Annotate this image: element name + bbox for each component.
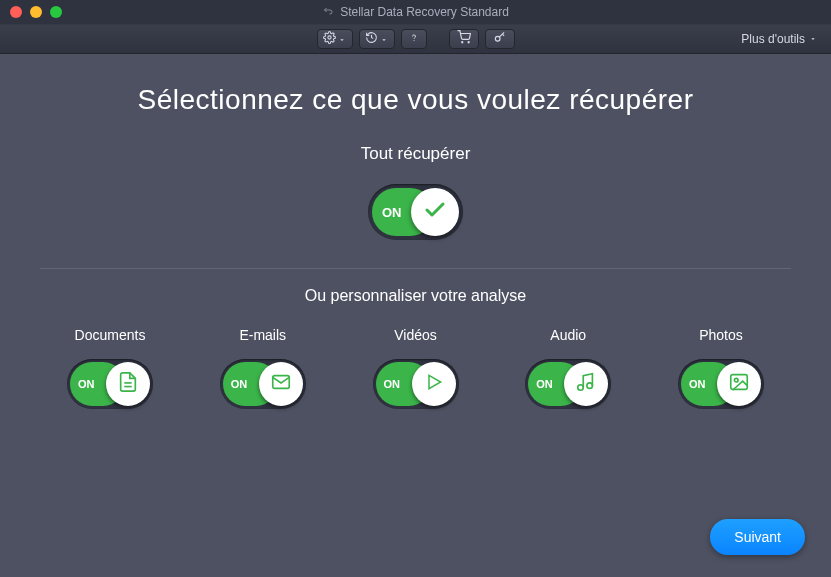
help-icon	[408, 30, 420, 48]
help-button[interactable]	[401, 29, 427, 49]
category-photos: Photos ON	[661, 327, 781, 409]
svg-marker-8	[429, 375, 441, 388]
category-label: E-mails	[239, 327, 286, 343]
key-icon	[493, 30, 507, 48]
minimize-window-button[interactable]	[30, 6, 42, 18]
mail-icon	[270, 371, 292, 397]
svg-point-2	[461, 42, 462, 43]
chevron-down-icon	[380, 30, 388, 48]
divider	[40, 268, 791, 269]
svg-point-0	[328, 36, 331, 39]
page-title: Sélectionnez ce que vous voulez récupére…	[138, 84, 694, 116]
svg-point-4	[495, 36, 500, 41]
category-audio: Audio ON	[508, 327, 628, 409]
check-icon	[423, 198, 447, 226]
toggle-documents[interactable]: ON	[67, 359, 153, 409]
activate-button[interactable]	[485, 29, 515, 49]
gear-icon	[323, 30, 336, 48]
chevron-down-icon	[338, 30, 346, 48]
titlebar: Stellar Data Recovery Standard	[0, 0, 831, 24]
toggle-emails[interactable]: ON	[220, 359, 306, 409]
chevron-down-icon	[809, 32, 817, 46]
customize-label: Ou personnaliser votre analyse	[305, 287, 526, 305]
settings-dropdown[interactable]	[317, 29, 353, 49]
toggle-audio[interactable]: ON	[525, 359, 611, 409]
category-documents: Documents ON	[50, 327, 170, 409]
recover-all-label: Tout récupérer	[361, 144, 471, 164]
zoom-window-button[interactable]	[50, 6, 62, 18]
cart-button[interactable]	[449, 29, 479, 49]
close-window-button[interactable]	[10, 6, 22, 18]
category-row: Documents ON E-mails ON	[40, 327, 791, 409]
video-icon	[424, 372, 444, 396]
toggle-photos[interactable]: ON	[678, 359, 764, 409]
svg-point-12	[734, 378, 738, 382]
svg-point-1	[413, 40, 414, 41]
more-tools-label: Plus d'outils	[741, 32, 805, 46]
photo-icon	[728, 371, 750, 397]
main-content: Sélectionnez ce que vous voulez récupére…	[0, 54, 831, 577]
category-label: Audio	[550, 327, 586, 343]
svg-point-10	[587, 383, 593, 389]
history-dropdown[interactable]	[359, 29, 395, 49]
history-icon	[365, 30, 378, 48]
category-emails: E-mails ON	[203, 327, 323, 409]
more-tools-dropdown[interactable]: Plus d'outils	[741, 25, 817, 53]
back-icon	[322, 5, 334, 20]
category-videos: Vidéos ON	[356, 327, 476, 409]
svg-point-9	[578, 385, 584, 391]
toggle-videos[interactable]: ON	[373, 359, 459, 409]
category-label: Vidéos	[394, 327, 437, 343]
recover-all-toggle[interactable]: ON	[368, 184, 463, 240]
next-button[interactable]: Suivant	[710, 519, 805, 555]
category-label: Photos	[699, 327, 743, 343]
window-title: Stellar Data Recovery Standard	[340, 5, 509, 19]
category-label: Documents	[75, 327, 146, 343]
app-window: Stellar Data Recovery Standard	[0, 0, 831, 577]
window-controls	[0, 6, 62, 18]
toggle-on-text: ON	[382, 205, 402, 220]
audio-icon	[575, 371, 597, 397]
svg-point-3	[468, 42, 469, 43]
cart-icon	[457, 30, 471, 48]
toolbar: Plus d'outils	[0, 24, 831, 54]
svg-rect-11	[731, 375, 748, 390]
document-icon	[117, 371, 139, 397]
